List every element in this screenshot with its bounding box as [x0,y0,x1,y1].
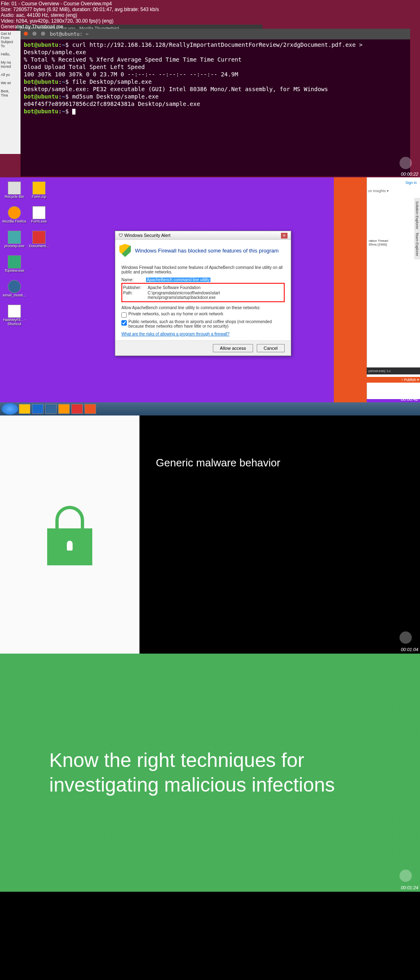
highlighted-path: Publisher: Apache Software Foundation Pa… [121,283,285,302]
firewall-dialog: 🛡 Windows Security Alert ✕ Windows Firew… [115,231,291,356]
taskbar-thunderbird-icon[interactable] [45,404,57,414]
terminal-title: bot@ubuntu: ~ [50,31,89,37]
slide-text: Generic malware behavior [139,415,420,654]
desktop-icons: Recycle Bin Form.zip Mozilla Firefox For… [2,181,51,329]
taskbar-app-icon[interactable] [84,404,96,414]
taskbar-adobe-icon[interactable] [71,404,83,414]
maximize-icon[interactable] [41,32,45,36]
panel-terminal: File: 01 - Course Overview - Course Over… [0,0,420,177]
desktop-icon-email[interactable]: email_monit... [2,280,27,303]
panel-slide-behavior: Generic malware behavior 00:01:04 [0,415,420,654]
lock-icon [45,506,94,563]
meta-audio: Audio: aac, 44100 Hz, stereo (eng) [1,12,159,18]
desktop-icon-firefox[interactable]: Mozilla Firefox [2,206,27,229]
terminal-window[interactable]: bot@ubuntu: ~ bot@ubuntu:~$ curl http://… [21,29,410,177]
vs-side-tabs[interactable]: Solution Explorer Team Explorer [414,198,420,259]
taskbar-wireshark-icon[interactable] [32,404,43,414]
desktop-icon-hashmyfiles[interactable]: HashMyFil... - Shortcut [2,305,27,327]
email-preview: Get M From Subject To Hello, My na incre… [0,31,21,154]
slide-headline: Know the right techniques for investigat… [49,748,371,797]
panel-windows-desktop: Recycle Bin Form.zip Mozilla Firefox For… [0,177,420,415]
cursor [72,109,75,115]
taskbar-explorer-icon[interactable] [19,404,30,414]
dialog-header: Windows Firewall has blocked some featur… [115,240,291,261]
timestamp: 00:00:42 [401,397,418,402]
desktop-icon-tcpview[interactable]: Tcpview.exe [2,255,27,278]
visual-studio-panel: Sign in on Insights ▾ Solution Explorer … [367,177,420,399]
dialog-titlebar[interactable]: 🛡 Windows Security Alert ✕ [115,231,291,240]
panel-slide-techniques: Know the right techniques for investigat… [0,654,420,892]
dialog-buttons: Allow access Cancel [115,340,291,356]
play-icon[interactable] [399,631,412,644]
timestamp: 00:00:22 [401,172,418,177]
meta-file: File: 01 - Course Overview - Course Over… [1,1,159,7]
meta-video: Video: h264, yuv420p, 1280x720, 30.00 fp… [1,18,159,24]
vs-signin[interactable]: Sign in [367,177,420,188]
allow-button[interactable]: Allow access [213,344,253,352]
desktop-icon-procexp[interactable]: procexp.exe [2,231,27,253]
desktop-icon-formexe[interactable]: Form.exe [27,206,51,229]
meta-gen: Generated by Thumbnail me [1,24,159,30]
meta-size: Size: 7260577 bytes (6.92 MiB), duration… [1,7,159,12]
close-icon[interactable] [24,32,28,36]
play-icon[interactable] [399,870,412,882]
video-metadata: File: 01 - Course Overview - Course Over… [0,0,160,30]
orange-panel [334,177,367,413]
desktop-icon-recycle[interactable]: Recycle Bin [2,181,27,204]
close-icon[interactable]: ✕ [281,233,288,239]
desktop-icon-document[interactable]: Document... [27,231,51,253]
play-icon[interactable] [399,157,412,169]
shield-icon [119,244,131,257]
minimize-icon[interactable] [32,32,37,36]
checkbox-public[interactable]: Public networks, such as those in airpor… [121,319,285,328]
timestamp: 00:01:04 [401,647,418,652]
vs-output: yshost.exe): Lo [367,367,420,374]
checkbox-private[interactable]: Private networks, such as my home or wor… [121,312,285,318]
cancel-button[interactable]: Cancel [257,344,285,352]
vs-publish[interactable]: ↑ Publish ▾ [367,377,420,383]
slide-graphic [0,415,139,654]
taskbar-firefox-icon[interactable] [58,404,70,414]
terminal-content: bot@ubuntu:~$ curl http://192.168.136.12… [24,41,407,115]
dialog-body: Windows Firewall has blocked some featur… [115,261,291,340]
taskbar[interactable] [0,402,420,415]
start-button[interactable] [2,403,18,415]
firewall-risks-link[interactable]: What are the risks of allowing a program… [121,332,285,336]
desktop-icon-formzip[interactable]: Form.zip [27,181,51,204]
timestamp: 00:01:24 [401,885,418,890]
